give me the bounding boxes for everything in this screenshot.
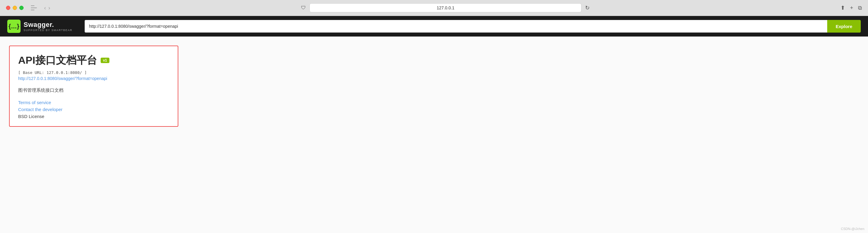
- minimize-button[interactable]: [13, 6, 17, 10]
- api-description: 图书管理系统接口文档: [18, 88, 169, 93]
- nav-arrows: ‹ ›: [44, 5, 50, 10]
- address-bar[interactable]: 127.0.0.1: [309, 3, 582, 12]
- api-title: API接口文档平台: [18, 54, 97, 67]
- swagger-logo-icon: {…}: [7, 20, 21, 33]
- refresh-icon[interactable]: ↻: [585, 4, 590, 11]
- swagger-toolbar: {…} Swagger. Supported by SMARTBEAR Expl…: [0, 16, 868, 36]
- explore-button[interactable]: Explore: [827, 20, 861, 33]
- swagger-url-bar: Explore: [85, 20, 861, 33]
- close-button[interactable]: [6, 6, 10, 10]
- terms-of-service-link[interactable]: Terms of service: [18, 100, 169, 105]
- maximize-button[interactable]: [19, 6, 24, 10]
- share-icon[interactable]: ⬆: [840, 4, 845, 11]
- traffic-lights: [6, 6, 24, 10]
- swagger-sub-label: Supported by SMARTBEAR: [24, 29, 72, 32]
- api-info-card: API接口文档平台 v1 [ Base URL: 127.0.0.1:8080/…: [9, 45, 178, 127]
- swagger-name-label: Swagger.: [24, 21, 72, 29]
- title-bar: ‹ › 🛡 127.0.0.1 ↻ ⬆ + ⧉: [0, 0, 868, 16]
- api-base-url: [ Base URL: 127.0.0.1:8080/ ]: [18, 70, 169, 75]
- swagger-text: Swagger. Supported by SMARTBEAR: [24, 21, 72, 32]
- back-arrow-icon[interactable]: ‹: [44, 5, 46, 10]
- swagger-logo: {…} Swagger. Supported by SMARTBEAR: [7, 20, 72, 33]
- api-links: Terms of service Contact the developer B…: [18, 100, 169, 119]
- new-tab-icon[interactable]: +: [850, 5, 853, 11]
- address-bar-container: 🛡 127.0.0.1 ↻: [55, 3, 836, 12]
- windows-icon[interactable]: ⧉: [858, 5, 862, 11]
- contact-developer-link[interactable]: Contact the developer: [18, 107, 169, 112]
- sidebar-toggle-icon[interactable]: [31, 5, 37, 10]
- swagger-url-input[interactable]: [85, 20, 827, 33]
- watermark: CSDN-@iJchen: [841, 227, 864, 231]
- api-title-row: API接口文档平台 v1: [18, 54, 169, 67]
- main-content: API接口文档平台 v1 [ Base URL: 127.0.0.1:8080/…: [0, 36, 868, 233]
- api-version-badge: v1: [101, 58, 110, 63]
- browser-actions: ⬆ + ⧉: [840, 4, 862, 11]
- shield-icon: 🛡: [301, 5, 306, 10]
- browser-chrome: ‹ › 🛡 127.0.0.1 ↻ ⬆ + ⧉: [0, 0, 868, 16]
- forward-arrow-icon[interactable]: ›: [49, 5, 50, 10]
- api-url-link[interactable]: http://127.0.0.1:8080/swagger/?format=op…: [18, 76, 169, 81]
- api-license-label: BSD License: [18, 114, 169, 119]
